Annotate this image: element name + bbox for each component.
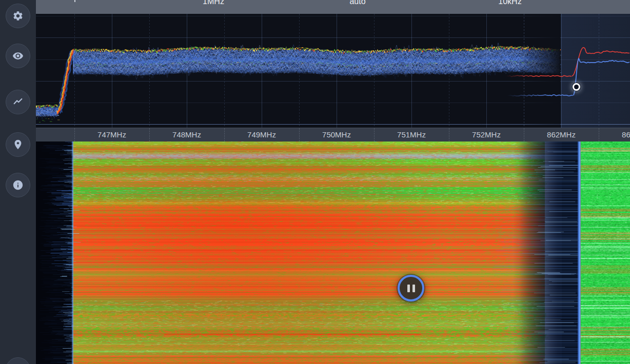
freq-tick-label: 749MHz <box>247 130 276 139</box>
toolbar-slider-tick <box>74 0 75 2</box>
more-button[interactable] <box>6 357 30 364</box>
info-button[interactable] <box>6 173 30 197</box>
settings-button[interactable] <box>6 4 30 28</box>
freq-minor-gridline <box>524 128 524 141</box>
freq-minor-gridline <box>599 128 599 141</box>
visibility-button[interactable] <box>6 44 30 68</box>
freq-minor-gridline <box>374 128 375 141</box>
settings-toolbar[interactable]: 1MHzauto10kHz <box>36 0 630 14</box>
freq-tick-label: 750MHz <box>322 130 351 139</box>
spectrum-analyzer-app: 1MHzauto10kHz 747MHz748MHz749MHz750MHz75… <box>0 0 630 364</box>
trace-marker[interactable] <box>573 83 580 91</box>
freq-tick-label: 747MHz <box>97 130 126 139</box>
traces-button[interactable] <box>6 90 30 114</box>
markers-button[interactable] <box>6 132 30 157</box>
freq-minor-gridline <box>74 128 75 141</box>
pause-icon <box>407 285 410 292</box>
info-icon <box>12 179 24 191</box>
toolbar-field-10kHz[interactable]: 10kHz <box>498 0 521 6</box>
trend-icon <box>12 96 24 108</box>
waterfall-plot[interactable] <box>36 141 630 364</box>
freq-minor-gridline <box>224 128 225 141</box>
sidebar <box>0 0 36 364</box>
spectrum-plot[interactable] <box>36 14 630 128</box>
freq-tick-label: 862MHz <box>547 130 576 139</box>
freq-minor-gridline <box>449 128 449 141</box>
pin-icon <box>12 139 24 150</box>
freq-tick-label: 863MHz <box>622 130 630 139</box>
freq-minor-gridline <box>299 128 300 141</box>
gear-icon <box>12 10 24 22</box>
freq-tick-label: 751MHz <box>397 130 426 139</box>
pause-icon <box>412 285 415 292</box>
pause-button[interactable] <box>398 275 424 301</box>
toolbar-field-1MHz[interactable]: 1MHz <box>203 0 224 6</box>
toolbar-field-auto[interactable]: auto <box>349 0 365 6</box>
freq-minor-gridline <box>149 128 150 141</box>
eye-icon <box>12 50 24 62</box>
freq-tick-label: 752MHz <box>472 130 501 139</box>
frequency-axis: 747MHz748MHz749MHz750MHz751MHz752MHz862M… <box>36 128 630 141</box>
freq-tick-label: 748MHz <box>172 130 201 139</box>
